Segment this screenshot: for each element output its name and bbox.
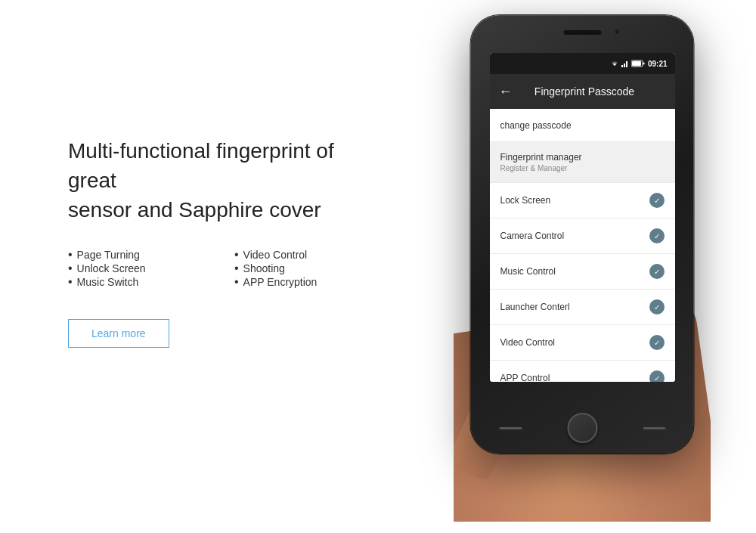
wifi-icon <box>610 60 619 67</box>
status-time: 09:21 <box>648 60 668 68</box>
feature-item: • Video Control <box>234 248 386 262</box>
menu-item-label: Video Control <box>500 337 556 348</box>
svg-rect-2 <box>626 61 627 67</box>
check-icon: ✓ <box>649 335 665 350</box>
home-button[interactable] <box>567 413 597 443</box>
check-icon: ✓ <box>649 228 665 243</box>
menu-item-sublabel: Register & Manager <box>500 164 582 172</box>
menu-item-launcher-control[interactable]: Launcher Conterl ✓ <box>490 290 675 325</box>
phone-camera <box>614 29 620 35</box>
phone-screen: 09:21 ← Fingerprint Passcode change pass… <box>490 53 675 382</box>
feature-label: Shooting <box>243 262 285 274</box>
check-icon: ✓ <box>649 193 665 208</box>
learn-more-button[interactable]: Learn more <box>68 319 169 348</box>
svg-rect-5 <box>632 61 641 66</box>
feature-item: • Shooting <box>234 262 386 275</box>
signal-icon <box>621 60 629 67</box>
app-bar: ← Fingerprint Passcode <box>490 74 675 109</box>
feature-item: • Unlock Screen <box>68 262 219 275</box>
menu-item-label: Launcher Conterl <box>500 302 570 312</box>
feature-item: • APP Encryption <box>234 275 386 289</box>
left-section: Multi-functional fingerprint of great se… <box>68 136 386 348</box>
feature-label: Unlock Screen <box>77 262 146 274</box>
headline: Multi-functional fingerprint of great se… <box>68 136 386 225</box>
menu-item-camera-control[interactable]: Camera Control ✓ <box>490 218 675 254</box>
status-icons <box>610 60 645 67</box>
phone-bottom-nav <box>499 413 665 443</box>
feature-label: Video Control <box>243 249 308 261</box>
menu-item-music-control[interactable]: Music Control ✓ <box>490 254 675 290</box>
menu-item-label: APP Control <box>500 373 550 382</box>
feature-item: • Page Turning <box>68 248 219 262</box>
phone-body: 09:21 ← Fingerprint Passcode change pass… <box>471 15 694 454</box>
bottom-button-right <box>643 427 665 429</box>
feature-col1: • Page Turning • Unlock Screen • Music S… <box>68 248 219 289</box>
menu-item-label: Lock Screen <box>500 195 551 206</box>
menu-item-label: Camera Control <box>500 231 565 241</box>
status-bar: 09:21 <box>490 53 675 74</box>
phone-container: 09:21 ← Fingerprint Passcode change pass… <box>454 15 711 522</box>
feature-item: • Music Switch <box>68 275 219 289</box>
menu-item-app-control[interactable]: APP Control ✓ <box>490 361 675 382</box>
svg-rect-4 <box>643 63 644 65</box>
menu-item-change-passcode[interactable]: change passcode <box>490 109 675 142</box>
back-arrow-icon[interactable]: ← <box>499 84 513 100</box>
svg-rect-0 <box>621 65 623 67</box>
feature-label: APP Encryption <box>243 276 318 288</box>
phone-speaker <box>563 30 601 35</box>
check-icon: ✓ <box>649 299 665 315</box>
check-icon: ✓ <box>649 264 665 279</box>
bottom-button-left <box>499 427 522 429</box>
menu-item-video-control[interactable]: Video Control ✓ <box>490 325 675 361</box>
feature-col2: • Video Control • Shooting • APP Encrypt… <box>234 248 386 289</box>
menu-list: change passcode Fingerprint manager Regi… <box>490 109 675 382</box>
menu-item-label: Fingerprint manager <box>500 152 582 163</box>
menu-item-label: change passcode <box>500 120 572 131</box>
menu-item-lock-screen[interactable]: Lock Screen ✓ <box>490 183 675 218</box>
battery-icon <box>631 60 645 67</box>
feature-label: Music Switch <box>77 276 139 288</box>
svg-rect-1 <box>624 64 625 67</box>
features-grid: • Page Turning • Unlock Screen • Music S… <box>68 248 386 289</box>
check-icon: ✓ <box>649 370 665 382</box>
menu-item-fingerprint-manager[interactable]: Fingerprint manager Register & Manager <box>490 142 675 183</box>
app-title: Fingerprint Passcode <box>522 85 648 98</box>
feature-label: Page Turning <box>77 249 140 261</box>
menu-item-label: Music Control <box>500 266 556 277</box>
